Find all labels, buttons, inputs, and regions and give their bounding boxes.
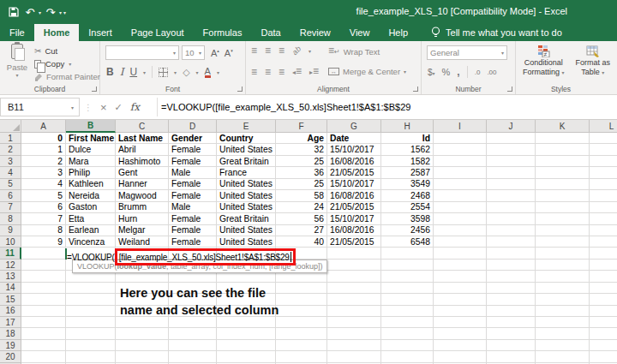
cell-C6[interactable]: Magwood [116, 190, 169, 201]
cell-C9[interactable]: Melgar [116, 225, 169, 236]
cell-E20[interactable] [217, 351, 276, 362]
cell-G11[interactable] [327, 248, 381, 259]
align-center-icon[interactable]: ≡ [265, 68, 271, 76]
cell-H5[interactable]: 3549 [381, 179, 434, 190]
increase-decimal-icon[interactable]: .0 [475, 69, 481, 76]
cell-G20[interactable] [327, 351, 381, 362]
cell-B14[interactable] [66, 283, 116, 294]
cell-D3[interactable]: Female [169, 156, 217, 167]
cell-I11[interactable] [434, 248, 487, 259]
cell-A10[interactable]: 9 [21, 236, 66, 248]
enter-button[interactable]: ✓ [115, 102, 123, 113]
cell-B5[interactable]: Kathleen [66, 179, 116, 190]
cell-H11[interactable] [381, 248, 434, 259]
cell-G13[interactable] [327, 271, 381, 282]
cell-F6[interactable]: 58 [276, 190, 327, 201]
borders-icon[interactable] [159, 68, 168, 77]
cell-F7[interactable]: 24 [276, 202, 327, 213]
cell-F1[interactable]: Age [276, 133, 327, 144]
cell-B17[interactable] [66, 317, 116, 328]
cell-G12[interactable] [327, 260, 381, 271]
tab-data[interactable]: Data [251, 24, 290, 41]
cell-G15[interactable] [327, 294, 381, 305]
row-header-17[interactable]: 17 [0, 317, 21, 328]
align-left-icon[interactable]: ≡ [251, 68, 257, 76]
cell-A5[interactable]: 4 [21, 179, 66, 190]
cell-K13[interactable] [536, 271, 590, 282]
cell-H6[interactable]: 2468 [381, 190, 434, 201]
cell-H10[interactable]: 6548 [381, 236, 434, 248]
name-box[interactable]: B11 ▾ [0, 98, 80, 116]
cell-D7[interactable]: Male [169, 202, 217, 213]
col-header-I[interactable]: I [434, 120, 487, 133]
row-header-15[interactable]: 15 [0, 294, 21, 305]
cell-J4[interactable] [487, 167, 536, 178]
cell-K8[interactable] [536, 213, 590, 224]
cell-K10[interactable] [536, 236, 590, 248]
undo-icon[interactable]: ↶ [23, 3, 37, 21]
font-name-combo[interactable]: ▾ [105, 45, 179, 60]
cell-C20[interactable] [116, 351, 169, 362]
cell-I9[interactable] [434, 225, 487, 236]
redo-dropdown-icon[interactable]: ▾ [59, 9, 62, 15]
cell-G18[interactable] [327, 328, 381, 339]
cell-I13[interactable] [434, 271, 487, 282]
cell-K2[interactable] [536, 144, 590, 155]
row-header-4[interactable]: 4 [0, 167, 21, 178]
cell-G3[interactable]: 16/08/2016 [327, 156, 381, 167]
cell-J14[interactable] [487, 283, 536, 294]
cell-J9[interactable] [487, 225, 536, 236]
cell-L13[interactable] [590, 271, 617, 282]
row-header-1[interactable]: 1 [0, 133, 21, 144]
col-header-B[interactable]: B [66, 120, 116, 133]
select-all-corner[interactable] [0, 120, 21, 133]
cell-H13[interactable] [381, 271, 434, 282]
cell-E2[interactable]: United States [217, 144, 276, 155]
cell-G4[interactable]: 21/05/2015 [327, 167, 381, 178]
number-dialog-launcher-icon[interactable] [507, 87, 512, 92]
cell-K4[interactable] [536, 167, 590, 178]
row-header-9[interactable]: 9 [0, 225, 21, 236]
cell-D2[interactable]: Female [169, 144, 217, 155]
cell-A19[interactable] [21, 340, 66, 351]
format-as-table-button[interactable]: Format as Table ▾ [576, 45, 611, 77]
increase-indent-icon[interactable]: ▸≡ [309, 67, 319, 77]
cell-I7[interactable] [434, 202, 487, 213]
cell-A20[interactable] [21, 351, 66, 362]
cell-G16[interactable] [327, 306, 381, 317]
row-header-6[interactable]: 6 [0, 190, 21, 201]
cell-B4[interactable]: Philip [66, 167, 116, 178]
cell-E7[interactable]: United States [217, 202, 276, 213]
cell-A2[interactable]: 1 [21, 144, 66, 155]
cell-E17[interactable] [217, 317, 276, 328]
align-right-icon[interactable]: ≡ [279, 68, 285, 76]
cell-F2[interactable]: 32 [276, 144, 327, 155]
cell-E5[interactable]: United States [217, 179, 276, 190]
cell-L5[interactable] [590, 179, 617, 190]
wrap-text-button[interactable]: ≡↵ Wrap Text [328, 46, 380, 57]
cancel-button[interactable]: × [100, 101, 107, 114]
col-header-E[interactable]: E [217, 120, 276, 133]
tab-file[interactable]: File [0, 24, 34, 41]
undo-dropdown-icon[interactable]: ▾ [39, 9, 41, 15]
cell-L20[interactable] [590, 351, 617, 362]
cell-I20[interactable] [434, 351, 487, 362]
font-dialog-launcher-icon[interactable] [237, 87, 243, 92]
tab-home[interactable]: Home [34, 24, 80, 41]
cell-A18[interactable] [21, 328, 66, 339]
cell-I10[interactable] [434, 236, 487, 248]
cell-D5[interactable]: Female [169, 179, 217, 190]
cell-L1[interactable] [590, 133, 617, 144]
cell-L16[interactable] [590, 306, 617, 317]
cell-J10[interactable] [487, 236, 536, 248]
cell-K20[interactable] [536, 351, 590, 362]
cell-B19[interactable] [66, 340, 116, 351]
italic-button[interactable]: I [120, 66, 124, 78]
cell-I2[interactable] [434, 144, 487, 155]
cell-B18[interactable] [66, 328, 116, 339]
cell-D18[interactable] [169, 328, 217, 339]
tab-formulas[interactable]: Formulas [194, 24, 252, 41]
copy-button[interactable]: Copy ▾ [34, 57, 100, 70]
cell-F4[interactable]: 36 [276, 167, 327, 178]
cell-C17[interactable] [116, 317, 169, 328]
